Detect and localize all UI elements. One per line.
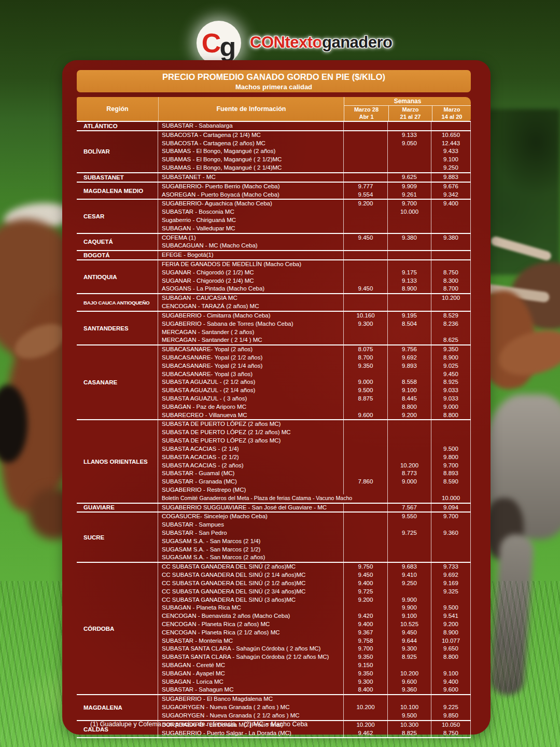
source-cell: SUBACOSTA - Cartagena (2 años) MC: [158, 140, 344, 148]
region-cell: BOLÍVAR: [77, 131, 158, 172]
price-cell-week2: [388, 260, 431, 269]
table-row: CC SUBASTA GANADERA DEL SINÚ (2 3/4 años…: [158, 588, 471, 596]
price-cell-week3: [431, 695, 471, 703]
price-cell-week2: 9.300: [388, 645, 431, 653]
price-cell-week3: [431, 216, 471, 225]
table-row: CC SUBASTA GANADERA DEL SINÚ (2 1/2 años…: [158, 579, 471, 588]
price-cell-week2: [388, 521, 431, 529]
table-row: SUBASTAR - Bosconia MC10.000: [158, 208, 471, 216]
price-cell-week2: 9.250: [388, 579, 431, 588]
table-row: MERCAGAN - Santander ( 2 1/4 ) MC8.625: [158, 336, 471, 344]
price-cell-week2: 9.175: [388, 269, 431, 277]
table-row: SUGASAM S.A. - San Marcos (2 años): [158, 554, 471, 562]
week-columns: Marzo 28 Abr 1 Marzo 21 al 27 Marzo 14 a…: [344, 106, 471, 121]
table-row: SUBASTA ACACIAS - (2 1/2)9.800: [158, 453, 471, 462]
price-cell-week2: 9.500: [388, 712, 431, 720]
price-cell-week1: [344, 302, 388, 311]
price-cell-week3: 8.925: [431, 378, 471, 386]
table-row: SUBASTA AGUAZUL - ( 3 años)8.8758.4459.0…: [158, 395, 471, 403]
week-col-3: Marzo 14 al 20: [432, 106, 471, 121]
price-cell-week1: [344, 437, 388, 445]
table-row: SUBAMAS - El Bongo, Magangué ( 2 1/4)MC9…: [158, 164, 471, 172]
price-cell-week3: 10.077: [431, 637, 471, 645]
week-3-line-2: 14 al 20: [442, 114, 463, 121]
price-cell-week1: 10.160: [344, 312, 388, 320]
price-cell-week1: 9.750: [344, 563, 388, 571]
source-cell: SUBASTAR - Guamal (MC): [158, 469, 344, 478]
source-cell: SUBAMAS - El Bongo, Magangué ( 2 1/4)MC: [158, 164, 344, 172]
source-cell: SUBAGAN - Valledupar MC: [158, 225, 344, 233]
price-cell-week1: 9.367: [344, 629, 388, 637]
price-cell-week1: [344, 370, 388, 379]
price-cell-week3: 8.800: [431, 411, 471, 420]
source-cell: Sugaberrio - Chiriguaná MC: [158, 216, 344, 225]
source-cell: SUGASAM S.A. - San Marcos (2 1/2): [158, 546, 344, 554]
price-cell-week3: 9.400: [431, 200, 471, 208]
table-row: EFEGE - Bogotá(1): [158, 251, 471, 259]
region-group: SUCRECOGASUCRE- Sincelejo (Macho Ceba)9.…: [77, 513, 471, 563]
price-cell-week1: [344, 462, 388, 470]
source-cell: MERCAGAN - Santander ( 2 años): [158, 328, 344, 337]
price-cell-week1: 9.350: [344, 653, 388, 661]
table-row: SUBAGAN - Cereté MC9.150: [158, 661, 471, 670]
region-group: BOLÍVARSUBACOSTA - Cartagena (2 1/4) MC9…: [77, 131, 471, 173]
region-cell: LLANOS ORIENTALES: [77, 420, 158, 502]
table-row: COFEMA (1)9.4509.3809.380: [158, 234, 471, 242]
price-cell-week3: 9.676: [431, 183, 471, 191]
source-cell: SUGABERRIO - Cimitarra (Macho Ceba): [158, 312, 344, 320]
source-cell: SUGABERRIO - El Banco Magdalena MC: [158, 695, 344, 703]
table-row: CENCOGAN - Buenavista 2 años (Macho Ceba…: [158, 612, 471, 620]
table-title: PRECIO PROMEDIO GANADO GORDO EN PIE ($/K…: [77, 72, 471, 82]
price-cell-week2: [388, 294, 431, 302]
table-row: SUBASTA SANTA CLARA - Sahagún Córdoba ( …: [158, 645, 471, 653]
table-row: SUBASTAR - Sabanalarga: [158, 122, 471, 130]
region-group: MAGDALENASUGABERRIO - El Banco Magdalena…: [77, 695, 471, 721]
source-cell: SUBAGAN - Cereté MC: [158, 661, 344, 670]
price-cell-week3: 9.225: [431, 703, 471, 712]
price-cell-week1: [344, 260, 388, 269]
source-cell: SUBASTAR - Sampues: [158, 521, 344, 529]
price-cell-week2: 9.900: [388, 604, 431, 612]
price-cell-week3: 8.590: [431, 478, 471, 486]
region-cell: SANTANDERES: [77, 312, 158, 344]
table-row: SUBACASANARE- Yopal (2 1/2 años)8.7009.6…: [158, 354, 471, 362]
price-cell-week1: [344, 469, 388, 478]
source-cell: SUBARECREO - Villanueva MC: [158, 411, 344, 420]
price-cell-week2: 9.000: [388, 478, 431, 486]
price-cell-week3: 9.100: [431, 156, 471, 164]
price-cell-week1: [344, 513, 388, 521]
price-cell-week2: 8.825: [388, 729, 431, 738]
source-cell: SUBACASANARE- Yopal (2 años): [158, 345, 344, 354]
table-row: SUBASTA ACACIAS - (2 1/4)9.500: [158, 445, 471, 453]
price-cell-week3: 9.600: [431, 686, 471, 694]
price-cell-week1: [344, 486, 388, 494]
price-cell-week1: [344, 529, 388, 537]
table-row: SUGASAM S.A. - San Marcos (2 1/4): [158, 537, 471, 546]
price-cell-week3: 9.883: [431, 173, 471, 182]
price-cell-week2: 9.100: [388, 386, 431, 395]
table-body: ATLÁNTICOSUBASTAR - SabanalargaBOLÍVARSU…: [77, 121, 471, 738]
source-cell: SUBASTAR - Monteria MC: [158, 637, 344, 645]
table-row: SUGABERRIO - Restrepo (MC): [158, 486, 471, 494]
price-cell-week1: 9.450: [344, 571, 388, 579]
source-cell: SUBASTA ACACIAS - (2 1/2): [158, 453, 344, 462]
source-cell: SUBASTA ACACIAS - (2 años): [158, 462, 344, 470]
table-subtitle: Machos primera calidad: [77, 83, 471, 91]
price-cell-week1: 9.725: [344, 588, 388, 596]
price-cell-week2: 8.925: [388, 653, 431, 661]
table-row: CENCOGAN - Planeta Rica (2 años) MC9.400…: [158, 620, 471, 629]
brand-logo-circle: C g: [197, 21, 241, 65]
source-cell: CC SUBASTA GANADERA DEL SINÚ (2 1/2 años…: [158, 579, 344, 588]
source-cell: SUGABERRIO SUGGUAVIARE - San José del Gu…: [158, 504, 344, 512]
source-cell: SUBACAGUAN - MC (Macho Ceba): [158, 242, 344, 250]
table-row: SUBACASANARE- Yopal (3 años)9.450: [158, 370, 471, 379]
price-cell-week1: [344, 269, 388, 277]
region-cell: CASANARE: [77, 345, 158, 419]
price-cell-week2: 9.133: [388, 277, 431, 285]
price-cell-week2: [388, 328, 431, 337]
price-cell-week2: [388, 164, 431, 172]
source-cell: SUBASTA DE PUERTO LÓPEZ (3 años MC): [158, 437, 344, 445]
price-cell-week1: 9.400: [344, 579, 388, 588]
region-group: CASANARESUBACASANARE- Yopal (2 años)8.07…: [77, 345, 471, 420]
price-cell-week2: [388, 428, 431, 437]
